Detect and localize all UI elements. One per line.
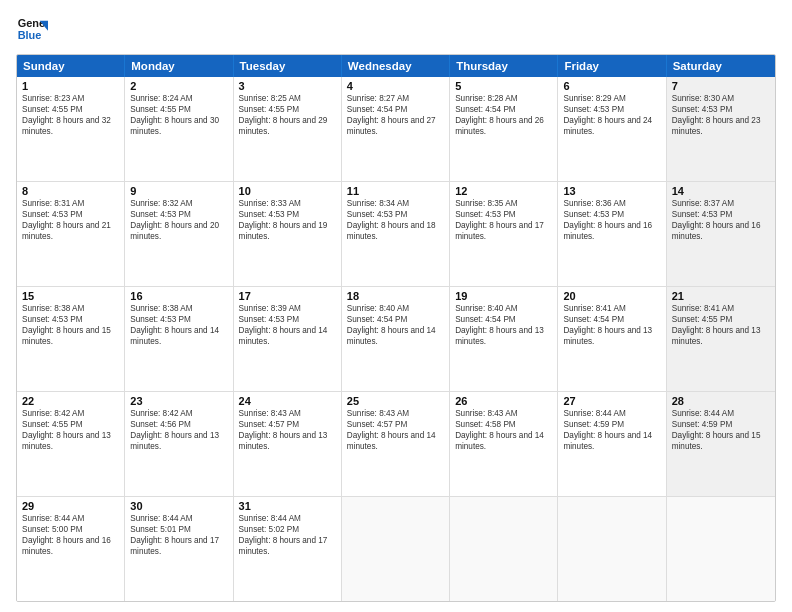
table-row: 7Sunrise: 8:30 AMSunset: 4:53 PMDaylight… — [667, 77, 775, 181]
sunset-text: Sunset: 4:55 PM — [672, 314, 770, 325]
daylight-text: Daylight: 8 hours and 23 minutes. — [672, 115, 770, 137]
table-row: 8Sunrise: 8:31 AMSunset: 4:53 PMDaylight… — [17, 182, 125, 286]
daylight-text: Daylight: 8 hours and 21 minutes. — [22, 220, 119, 242]
day-number: 7 — [672, 80, 770, 92]
table-row: 19Sunrise: 8:40 AMSunset: 4:54 PMDayligh… — [450, 287, 558, 391]
header-day-friday: Friday — [558, 55, 666, 77]
sunrise-text: Sunrise: 8:41 AM — [563, 303, 660, 314]
day-number: 2 — [130, 80, 227, 92]
table-row: 17Sunrise: 8:39 AMSunset: 4:53 PMDayligh… — [234, 287, 342, 391]
daylight-text: Daylight: 8 hours and 27 minutes. — [347, 115, 444, 137]
day-number: 25 — [347, 395, 444, 407]
sunset-text: Sunset: 4:53 PM — [563, 104, 660, 115]
daylight-text: Daylight: 8 hours and 20 minutes. — [130, 220, 227, 242]
sunset-text: Sunset: 4:57 PM — [347, 419, 444, 430]
daylight-text: Daylight: 8 hours and 14 minutes. — [347, 430, 444, 452]
table-row: 10Sunrise: 8:33 AMSunset: 4:53 PMDayligh… — [234, 182, 342, 286]
day-number: 17 — [239, 290, 336, 302]
day-number: 21 — [672, 290, 770, 302]
week-row-5: 29Sunrise: 8:44 AMSunset: 5:00 PMDayligh… — [17, 497, 775, 601]
header-day-sunday: Sunday — [17, 55, 125, 77]
table-row: 27Sunrise: 8:44 AMSunset: 4:59 PMDayligh… — [558, 392, 666, 496]
day-number: 23 — [130, 395, 227, 407]
daylight-text: Daylight: 8 hours and 13 minutes. — [455, 325, 552, 347]
sunrise-text: Sunrise: 8:37 AM — [672, 198, 770, 209]
sunrise-text: Sunrise: 8:44 AM — [239, 513, 336, 524]
daylight-text: Daylight: 8 hours and 17 minutes. — [239, 535, 336, 557]
week-row-4: 22Sunrise: 8:42 AMSunset: 4:55 PMDayligh… — [17, 392, 775, 497]
sunset-text: Sunset: 4:54 PM — [347, 104, 444, 115]
sunrise-text: Sunrise: 8:43 AM — [455, 408, 552, 419]
day-number: 3 — [239, 80, 336, 92]
sunrise-text: Sunrise: 8:23 AM — [22, 93, 119, 104]
sunset-text: Sunset: 4:53 PM — [455, 209, 552, 220]
day-number: 30 — [130, 500, 227, 512]
table-row: 12Sunrise: 8:35 AMSunset: 4:53 PMDayligh… — [450, 182, 558, 286]
sunrise-text: Sunrise: 8:31 AM — [22, 198, 119, 209]
sunrise-text: Sunrise: 8:33 AM — [239, 198, 336, 209]
logo-icon: General Blue — [16, 14, 48, 46]
day-number: 31 — [239, 500, 336, 512]
week-row-2: 8Sunrise: 8:31 AMSunset: 4:53 PMDaylight… — [17, 182, 775, 287]
table-row: 26Sunrise: 8:43 AMSunset: 4:58 PMDayligh… — [450, 392, 558, 496]
day-number: 4 — [347, 80, 444, 92]
header: General Blue — [16, 14, 776, 46]
daylight-text: Daylight: 8 hours and 13 minutes. — [22, 430, 119, 452]
sunrise-text: Sunrise: 8:43 AM — [347, 408, 444, 419]
table-row: 29Sunrise: 8:44 AMSunset: 5:00 PMDayligh… — [17, 497, 125, 601]
day-number: 9 — [130, 185, 227, 197]
day-number: 1 — [22, 80, 119, 92]
header-day-saturday: Saturday — [667, 55, 775, 77]
table-row — [342, 497, 450, 601]
sunrise-text: Sunrise: 8:44 AM — [563, 408, 660, 419]
day-number: 14 — [672, 185, 770, 197]
day-number: 29 — [22, 500, 119, 512]
day-number: 27 — [563, 395, 660, 407]
day-number: 15 — [22, 290, 119, 302]
sunrise-text: Sunrise: 8:40 AM — [347, 303, 444, 314]
header-day-wednesday: Wednesday — [342, 55, 450, 77]
sunset-text: Sunset: 4:53 PM — [239, 314, 336, 325]
daylight-text: Daylight: 8 hours and 19 minutes. — [239, 220, 336, 242]
sunrise-text: Sunrise: 8:44 AM — [672, 408, 770, 419]
daylight-text: Daylight: 8 hours and 14 minutes. — [239, 325, 336, 347]
sunrise-text: Sunrise: 8:36 AM — [563, 198, 660, 209]
sunset-text: Sunset: 4:53 PM — [130, 314, 227, 325]
day-number: 11 — [347, 185, 444, 197]
sunset-text: Sunset: 4:58 PM — [455, 419, 552, 430]
sunset-text: Sunset: 4:57 PM — [239, 419, 336, 430]
sunrise-text: Sunrise: 8:32 AM — [130, 198, 227, 209]
sunset-text: Sunset: 4:59 PM — [563, 419, 660, 430]
day-number: 26 — [455, 395, 552, 407]
week-row-3: 15Sunrise: 8:38 AMSunset: 4:53 PMDayligh… — [17, 287, 775, 392]
daylight-text: Daylight: 8 hours and 16 minutes. — [563, 220, 660, 242]
day-number: 6 — [563, 80, 660, 92]
day-number: 24 — [239, 395, 336, 407]
sunset-text: Sunset: 4:53 PM — [672, 104, 770, 115]
table-row: 13Sunrise: 8:36 AMSunset: 4:53 PMDayligh… — [558, 182, 666, 286]
sunset-text: Sunset: 4:56 PM — [130, 419, 227, 430]
daylight-text: Daylight: 8 hours and 16 minutes. — [22, 535, 119, 557]
sunset-text: Sunset: 4:54 PM — [455, 314, 552, 325]
sunrise-text: Sunrise: 8:44 AM — [130, 513, 227, 524]
sunset-text: Sunset: 5:00 PM — [22, 524, 119, 535]
daylight-text: Daylight: 8 hours and 13 minutes. — [130, 430, 227, 452]
week-row-1: 1Sunrise: 8:23 AMSunset: 4:55 PMDaylight… — [17, 77, 775, 182]
sunrise-text: Sunrise: 8:29 AM — [563, 93, 660, 104]
table-row: 5Sunrise: 8:28 AMSunset: 4:54 PMDaylight… — [450, 77, 558, 181]
header-day-thursday: Thursday — [450, 55, 558, 77]
day-number: 5 — [455, 80, 552, 92]
daylight-text: Daylight: 8 hours and 18 minutes. — [347, 220, 444, 242]
table-row: 20Sunrise: 8:41 AMSunset: 4:54 PMDayligh… — [558, 287, 666, 391]
table-row: 11Sunrise: 8:34 AMSunset: 4:53 PMDayligh… — [342, 182, 450, 286]
table-row: 15Sunrise: 8:38 AMSunset: 4:53 PMDayligh… — [17, 287, 125, 391]
sunrise-text: Sunrise: 8:42 AM — [130, 408, 227, 419]
calendar: SundayMondayTuesdayWednesdayThursdayFrid… — [16, 54, 776, 602]
table-row: 14Sunrise: 8:37 AMSunset: 4:53 PMDayligh… — [667, 182, 775, 286]
day-number: 20 — [563, 290, 660, 302]
daylight-text: Daylight: 8 hours and 13 minutes. — [672, 325, 770, 347]
sunrise-text: Sunrise: 8:35 AM — [455, 198, 552, 209]
daylight-text: Daylight: 8 hours and 29 minutes. — [239, 115, 336, 137]
daylight-text: Daylight: 8 hours and 13 minutes. — [563, 325, 660, 347]
sunset-text: Sunset: 4:54 PM — [563, 314, 660, 325]
